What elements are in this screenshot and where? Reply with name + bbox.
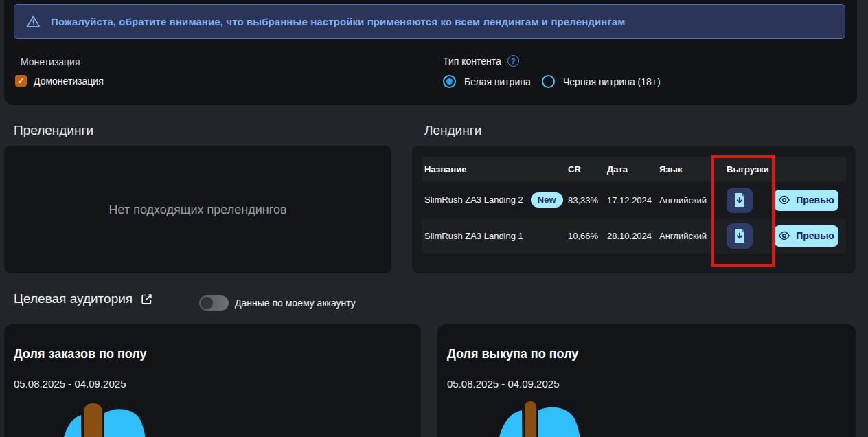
table-row: SlimRush ZA3 Landing 2 New 83,33% 17.12.…: [422, 182, 846, 218]
eye-icon: [778, 194, 790, 206]
orders-by-gender-card: Доля заказов по полу 05.08.2025 - 04.09.…: [4, 324, 421, 437]
radio-label: Белая витрина: [464, 76, 531, 87]
landings-card: Название CR Дата Язык Выгрузки SlimRush …: [412, 146, 856, 273]
external-link-icon[interactable]: [140, 293, 153, 306]
checkbox-checked-icon[interactable]: ✓: [15, 75, 27, 87]
download-file-icon: [733, 192, 746, 208]
chart-period: 05.08.2025 - 04.09.2025: [14, 378, 126, 390]
radio-black-storefront[interactable]: Черная витрина (18+): [542, 75, 661, 88]
table-header-row: Название CR Дата Язык Выгрузки: [422, 157, 846, 182]
radio-unselected-icon[interactable]: [542, 75, 555, 88]
col-language: Язык: [659, 164, 719, 175]
landing-name: SlimRush ZA3 Landing 2: [424, 194, 523, 205]
new-badge: New: [531, 192, 563, 208]
landing-cr: 10,66%: [568, 231, 607, 241]
landings-title: Лендинги: [424, 123, 481, 138]
content-type-header: Тип контента ?: [443, 55, 519, 67]
gender-figure-illustration: [58, 401, 148, 437]
content-type-label: Тип контента: [443, 56, 501, 67]
preview-button[interactable]: Превью: [774, 225, 838, 247]
radio-selected-icon[interactable]: [443, 75, 456, 88]
col-name: Название: [422, 164, 568, 175]
check-glyph: ✓: [17, 77, 24, 85]
checkbox-label: Домонетизация: [34, 76, 104, 87]
page: Пожалуйста, обратите внимание, что выбра…: [0, 0, 868, 437]
gender-figure-illustration: [494, 401, 583, 437]
download-button[interactable]: [727, 223, 753, 249]
warning-banner: Пожалуйста, обратите внимание, что выбра…: [14, 4, 845, 39]
chart-title: Доля выкупа по полу: [447, 347, 578, 361]
audience-header: Целевая аудитория: [14, 291, 153, 306]
landing-language: Английский: [659, 195, 719, 205]
eye-icon: [778, 229, 790, 242]
audience-title: Целевая аудитория: [14, 291, 133, 306]
prelandings-empty-text: Нет подходящих прелендингов: [109, 203, 287, 217]
col-cr: CR: [568, 164, 607, 175]
landing-date: 17.12.2024: [607, 195, 659, 205]
chart-period: 05.08.2025 - 04.09.2025: [447, 378, 559, 390]
toggle-knob: [201, 297, 213, 309]
preview-label: Превью: [796, 194, 834, 205]
radio-white-storefront[interactable]: Белая витрина: [443, 75, 531, 88]
landing-date: 28.10.2024: [607, 231, 659, 241]
buyout-by-gender-card: Доля выкупа по полу 05.08.2025 - 04.09.2…: [437, 324, 856, 437]
landing-language: Английский: [659, 231, 719, 241]
col-downloads: Выгрузки: [719, 164, 774, 175]
settings-panel: Пожалуйста, обратите внимание, что выбра…: [4, 0, 857, 105]
preview-button[interactable]: Превью: [774, 190, 838, 211]
chart-title: Доля заказов по полу: [14, 347, 147, 361]
domonetization-checkbox[interactable]: ✓ Домонетизация: [15, 75, 104, 87]
prelandings-title: Прелендинги: [14, 123, 93, 138]
download-button[interactable]: [727, 188, 753, 213]
col-date: Дата: [607, 164, 659, 175]
landing-name: SlimRush ZA3 Landing 1: [424, 231, 523, 241]
warning-text: Пожалуйста, обратите внимание, что выбра…: [51, 16, 625, 27]
toggle-label: Данные по моему аккаунту: [235, 298, 356, 309]
prelandings-card: Нет подходящих прелендингов: [4, 146, 391, 273]
preview-label: Превью: [796, 230, 834, 241]
download-file-icon: [733, 228, 746, 243]
table-row: SlimRush ZA3 Landing 1 10,66% 28.10.2024…: [422, 218, 846, 254]
help-icon[interactable]: ?: [507, 55, 519, 67]
radio-label: Черная витрина (18+): [563, 76, 661, 87]
warning-icon: [26, 14, 41, 29]
landing-cr: 83,33%: [568, 195, 607, 205]
monetization-label: Монетизация: [21, 56, 80, 67]
account-data-toggle[interactable]: [199, 295, 229, 311]
